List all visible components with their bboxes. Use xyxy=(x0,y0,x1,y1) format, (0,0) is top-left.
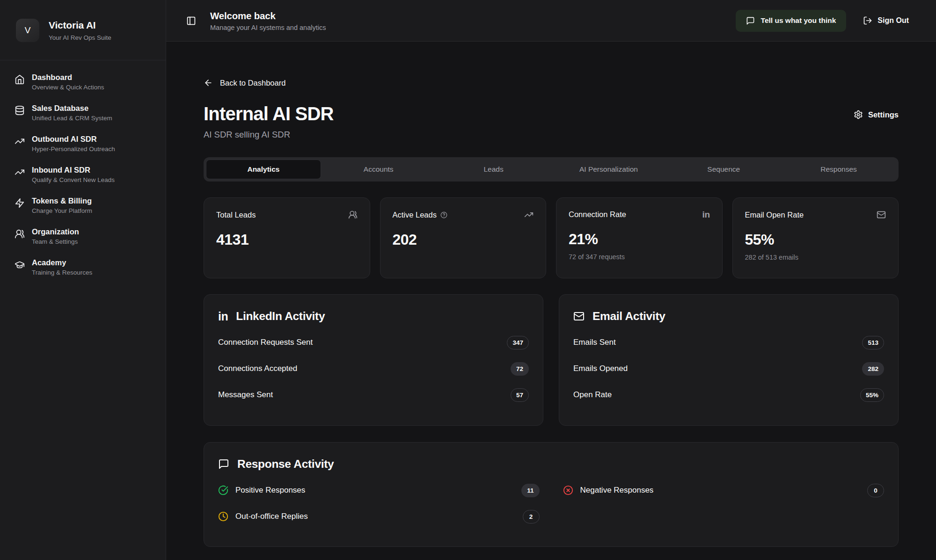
metric-badge: 2 xyxy=(523,510,540,524)
metric-row: Messages Sent 57 xyxy=(218,382,529,408)
sidebar-item-sub: Team & Settings xyxy=(32,238,79,245)
stat-value: 55% xyxy=(745,231,886,248)
metric-label: Emails Sent xyxy=(573,338,616,347)
stat-card-email-open-rate: Email Open Rate 55% 282 of 513 emails xyxy=(732,197,899,278)
tab-leads[interactable]: Leads xyxy=(436,160,551,179)
back-to-dashboard-link[interactable]: Back to Dashboard xyxy=(204,78,285,87)
help-circle-icon[interactable] xyxy=(440,211,447,218)
metric-label: Out-of-office Replies xyxy=(235,512,308,521)
metric-badge: 347 xyxy=(507,336,529,349)
metric-badge: 72 xyxy=(511,362,529,376)
sign-out-button[interactable]: Sign Out xyxy=(863,16,909,25)
metric-label: Connections Accepted xyxy=(218,364,297,373)
x-circle-icon xyxy=(563,485,573,495)
sidebar-item-sub: Hyper-Personalized Outreach xyxy=(32,145,115,153)
sidebar-item-label: Dashboard xyxy=(32,73,104,82)
check-circle-icon xyxy=(218,485,228,495)
metric-label: Negative Responses xyxy=(580,486,654,495)
sidebar-item-organization[interactable]: OrganizationTeam & Settings xyxy=(15,227,154,245)
arrow-left-icon xyxy=(204,78,213,87)
email-activity-card: Email Activity Emails Sent 513 Emails Op… xyxy=(559,294,899,426)
metric-row: Open Rate 55% xyxy=(573,382,884,408)
sidebar-item-dashboard[interactable]: DashboardOverview & Quick Actions xyxy=(15,73,154,91)
top-bar: Welcome back Manage your AI systems and … xyxy=(166,0,936,42)
house-icon xyxy=(15,74,25,85)
settings-button[interactable]: Settings xyxy=(854,110,899,119)
tab-responses[interactable]: Responses xyxy=(781,160,896,179)
stat-label: Total Leads xyxy=(216,211,256,219)
card-title: Email Activity xyxy=(592,310,665,323)
stat-card-active-leads: Active Leads 202 xyxy=(380,197,547,278)
app-subtitle: Your AI Rev Ops Suite xyxy=(49,34,111,41)
tab-ai-personalization[interactable]: AI Personalization xyxy=(551,160,666,179)
metric-badge: 0 xyxy=(867,484,884,497)
settings-label: Settings xyxy=(868,110,899,119)
message-square-icon xyxy=(218,458,229,470)
metric-row: Connections Accepted 72 xyxy=(218,356,529,382)
welcome-title: Welcome back xyxy=(210,10,326,22)
sidebar-item-label: Inbound AI SDR xyxy=(32,166,115,175)
response-activity-card: Response Activity Positive Responses 11 … xyxy=(204,442,899,547)
stat-value: 21% xyxy=(569,231,710,248)
stat-card-connection-rate: Connection Rate in 21% 72 of 347 request… xyxy=(556,197,723,278)
page-content: Back to Dashboard Internal AI SDR AI SDR… xyxy=(166,42,936,560)
feedback-button[interactable]: Tell us what you think xyxy=(736,10,847,32)
stat-label: Active Leads xyxy=(393,211,437,219)
metric-badge: 513 xyxy=(862,336,884,349)
metric-badge: 57 xyxy=(511,388,529,402)
linkedin-icon: in xyxy=(218,311,228,322)
sidebar-nav: DashboardOverview & Quick Actions Sales … xyxy=(0,60,166,287)
trending-up-icon xyxy=(524,210,534,219)
gear-icon xyxy=(854,110,863,119)
metric-label: Positive Responses xyxy=(235,486,305,495)
metric-label: Messages Sent xyxy=(218,390,273,400)
card-title: LinkedIn Activity xyxy=(236,310,325,323)
welcome-subtitle: Manage your AI systems and analytics xyxy=(210,24,326,31)
metric-row: Positive Responses 11 xyxy=(218,477,540,503)
feedback-button-label: Tell us what you think xyxy=(761,16,836,25)
sidebar-item-label: Tokens & Billing xyxy=(32,196,92,205)
sidebar-item-sales-database[interactable]: Sales DatabaseUnified Lead & CRM System xyxy=(15,104,154,122)
metric-label: Connection Requests Sent xyxy=(218,338,313,347)
app-title: Victoria AI xyxy=(49,20,111,31)
database-icon xyxy=(15,105,25,116)
sidebar-item-inbound-ai-sdr[interactable]: Inbound AI SDRQualify & Convert New Lead… xyxy=(15,166,154,183)
analytics-tab-bar: Analytics Accounts Leads AI Personalizat… xyxy=(204,157,899,182)
sidebar-item-tokens-billing[interactable]: Tokens & BillingCharge Your Platform xyxy=(15,196,154,214)
graduation-cap-icon xyxy=(15,260,25,270)
stat-cards: Total Leads 4131 Active Leads 202 Connec… xyxy=(204,197,899,278)
main-area: Welcome back Manage your AI systems and … xyxy=(166,0,936,560)
sidebar: V Victoria AI Your AI Rev Ops Suite Dash… xyxy=(0,0,166,560)
sidebar-item-outbound-ai-sdr[interactable]: Outbound AI SDRHyper-Personalized Outrea… xyxy=(15,135,154,153)
metric-badge: 11 xyxy=(521,484,539,497)
back-link-label: Back to Dashboard xyxy=(220,79,285,87)
clock-icon xyxy=(218,511,228,522)
tab-analytics[interactable]: Analytics xyxy=(206,160,321,179)
stat-label: Email Open Rate xyxy=(745,211,804,219)
metric-badge: 55% xyxy=(860,388,884,402)
sidebar-toggle-button[interactable] xyxy=(183,13,199,29)
linkedin-icon: in xyxy=(702,210,710,219)
panel-left-icon xyxy=(186,16,196,26)
log-out-icon xyxy=(863,16,872,25)
app-logo: V Victoria AI Your AI Rev Ops Suite xyxy=(0,0,166,60)
mail-icon xyxy=(877,210,886,219)
tab-sequence[interactable]: Sequence xyxy=(666,160,781,179)
page-subtitle: AI SDR selling AI SDR xyxy=(204,130,334,140)
sidebar-item-sub: Overview & Quick Actions xyxy=(32,84,104,91)
sidebar-item-academy[interactable]: AcademyTraining & Resources xyxy=(15,258,154,276)
sidebar-item-sub: Charge Your Platform xyxy=(32,207,92,214)
sidebar-item-label: Organization xyxy=(32,227,79,236)
stat-card-total-leads: Total Leads 4131 xyxy=(204,197,370,278)
metric-badge: 282 xyxy=(862,362,884,376)
trending-up-icon xyxy=(15,167,25,177)
stat-value: 4131 xyxy=(216,231,358,248)
metric-row: Out-of-office Replies 2 xyxy=(218,503,540,530)
page-title: Internal AI SDR xyxy=(204,103,334,124)
metric-row: Emails Opened 282 xyxy=(573,356,884,382)
mail-icon xyxy=(573,311,585,322)
tab-accounts[interactable]: Accounts xyxy=(321,160,436,179)
metric-row: Emails Sent 513 xyxy=(573,329,884,356)
card-title: Response Activity xyxy=(237,458,334,471)
users-icon xyxy=(348,210,358,219)
